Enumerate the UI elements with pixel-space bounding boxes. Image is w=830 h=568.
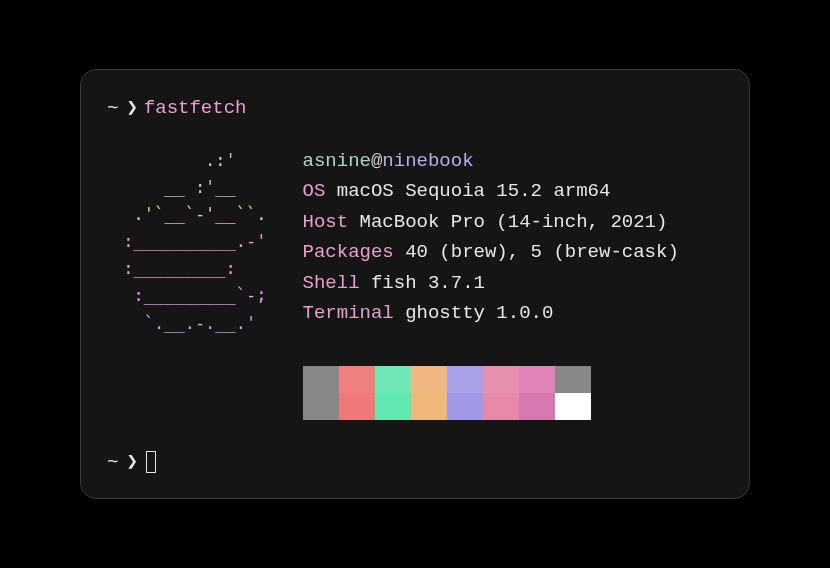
color-swatch	[555, 393, 591, 420]
info-value: fish 3.7.1	[360, 272, 485, 294]
ascii-line: __ :'__	[113, 177, 236, 197]
apple-ascii-logo: .:' __ :'__ .'`__`-'__``. :__________.-'…	[113, 147, 267, 420]
system-info: asnine@ninebook OS macOS Sequoia 15.2 ar…	[303, 147, 679, 420]
username: asnine	[303, 150, 371, 172]
color-swatch	[483, 393, 519, 420]
color-swatch	[519, 393, 555, 420]
prompt-path: ~	[107, 448, 118, 477]
ascii-line: .'`__`-'__``.	[113, 204, 267, 224]
terminal-row: Terminal ghostty 1.0.0	[303, 299, 679, 328]
color-swatch	[411, 393, 447, 420]
color-swatch	[447, 366, 483, 393]
prompt-line-bottom[interactable]: ~ ❯	[107, 448, 156, 477]
fastfetch-output: .:' __ :'__ .'`__`-'__``. :__________.-'…	[107, 147, 723, 420]
swatch-row-bright	[303, 393, 679, 420]
info-value: 40 (brew), 5 (brew-cask)	[394, 241, 679, 263]
ascii-line: .:'	[113, 150, 236, 170]
ascii-line: :_________:	[113, 258, 236, 278]
prompt-arrow-icon: ❯	[126, 94, 137, 123]
terminal-window[interactable]: ~ ❯ fastfetch .:' __ :'__ .'`__`-'__``. …	[80, 69, 750, 499]
ascii-line: :__________.-'	[113, 231, 267, 251]
info-label: Packages	[303, 241, 394, 263]
hostname: ninebook	[382, 150, 473, 172]
at-separator: @	[371, 150, 382, 172]
host-row: Host MacBook Pro (14-inch, 2021)	[303, 208, 679, 237]
info-value: macOS Sequoia 15.2 arm64	[325, 180, 610, 202]
user-host-line: asnine@ninebook	[303, 147, 679, 176]
ascii-line: :_________`-;	[113, 285, 267, 305]
color-swatch	[303, 366, 339, 393]
color-swatch	[375, 366, 411, 393]
color-swatch	[555, 366, 591, 393]
info-value: MacBook Pro (14-inch, 2021)	[348, 211, 667, 233]
info-label: OS	[303, 180, 326, 202]
prompt-arrow-icon: ❯	[126, 448, 137, 477]
color-swatch	[375, 393, 411, 420]
os-row: OS macOS Sequoia 15.2 arm64	[303, 177, 679, 206]
info-label: Shell	[303, 272, 360, 294]
color-swatches	[303, 366, 679, 420]
shell-row: Shell fish 3.7.1	[303, 269, 679, 298]
color-swatch	[519, 366, 555, 393]
color-swatch	[303, 393, 339, 420]
prompt-line-top: ~ ❯ fastfetch	[107, 94, 723, 123]
packages-row: Packages 40 (brew), 5 (brew-cask)	[303, 238, 679, 267]
swatch-row-dark	[303, 366, 679, 393]
color-swatch	[411, 366, 447, 393]
prompt-path: ~	[107, 94, 118, 123]
color-swatch	[339, 366, 375, 393]
color-swatch	[339, 393, 375, 420]
info-label: Terminal	[303, 302, 394, 324]
cursor-block	[146, 451, 156, 473]
ascii-line: `.__.-.__.'	[113, 313, 256, 333]
info-value: ghostty 1.0.0	[394, 302, 554, 324]
color-swatch	[483, 366, 519, 393]
info-label: Host	[303, 211, 349, 233]
color-swatch	[447, 393, 483, 420]
command-text: fastfetch	[144, 94, 247, 123]
